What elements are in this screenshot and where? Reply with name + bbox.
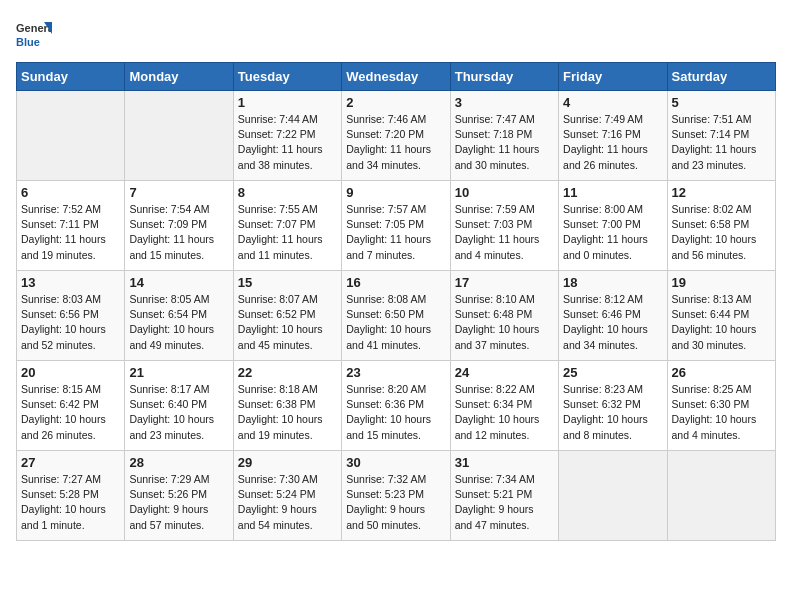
calendar-cell: 4Sunrise: 7:49 AM Sunset: 7:16 PM Daylig… — [559, 91, 667, 181]
day-info: Sunrise: 8:00 AM Sunset: 7:00 PM Dayligh… — [563, 202, 662, 263]
calendar-body: 1Sunrise: 7:44 AM Sunset: 7:22 PM Daylig… — [17, 91, 776, 541]
calendar-cell: 25Sunrise: 8:23 AM Sunset: 6:32 PM Dayli… — [559, 361, 667, 451]
calendar-cell: 5Sunrise: 7:51 AM Sunset: 7:14 PM Daylig… — [667, 91, 775, 181]
day-info: Sunrise: 7:57 AM Sunset: 7:05 PM Dayligh… — [346, 202, 445, 263]
calendar-cell: 7Sunrise: 7:54 AM Sunset: 7:09 PM Daylig… — [125, 181, 233, 271]
day-info: Sunrise: 8:15 AM Sunset: 6:42 PM Dayligh… — [21, 382, 120, 443]
day-number: 8 — [238, 185, 337, 200]
logo: General Blue — [16, 16, 56, 52]
day-number: 28 — [129, 455, 228, 470]
week-row-2: 6Sunrise: 7:52 AM Sunset: 7:11 PM Daylig… — [17, 181, 776, 271]
day-header-monday: Monday — [125, 63, 233, 91]
day-header-saturday: Saturday — [667, 63, 775, 91]
day-number: 29 — [238, 455, 337, 470]
day-info: Sunrise: 7:52 AM Sunset: 7:11 PM Dayligh… — [21, 202, 120, 263]
day-number: 11 — [563, 185, 662, 200]
calendar-cell: 28Sunrise: 7:29 AM Sunset: 5:26 PM Dayli… — [125, 451, 233, 541]
day-info: Sunrise: 8:02 AM Sunset: 6:58 PM Dayligh… — [672, 202, 771, 263]
day-info: Sunrise: 7:34 AM Sunset: 5:21 PM Dayligh… — [455, 472, 554, 533]
calendar-cell: 3Sunrise: 7:47 AM Sunset: 7:18 PM Daylig… — [450, 91, 558, 181]
day-info: Sunrise: 7:55 AM Sunset: 7:07 PM Dayligh… — [238, 202, 337, 263]
calendar-cell: 27Sunrise: 7:27 AM Sunset: 5:28 PM Dayli… — [17, 451, 125, 541]
calendar-cell: 18Sunrise: 8:12 AM Sunset: 6:46 PM Dayli… — [559, 271, 667, 361]
day-info: Sunrise: 7:49 AM Sunset: 7:16 PM Dayligh… — [563, 112, 662, 173]
calendar-cell: 30Sunrise: 7:32 AM Sunset: 5:23 PM Dayli… — [342, 451, 450, 541]
day-header-thursday: Thursday — [450, 63, 558, 91]
calendar-cell: 11Sunrise: 8:00 AM Sunset: 7:00 PM Dayli… — [559, 181, 667, 271]
svg-text:Blue: Blue — [16, 36, 40, 48]
calendar-cell: 10Sunrise: 7:59 AM Sunset: 7:03 PM Dayli… — [450, 181, 558, 271]
day-number: 22 — [238, 365, 337, 380]
calendar-cell: 22Sunrise: 8:18 AM Sunset: 6:38 PM Dayli… — [233, 361, 341, 451]
day-number: 24 — [455, 365, 554, 380]
day-info: Sunrise: 8:23 AM Sunset: 6:32 PM Dayligh… — [563, 382, 662, 443]
day-info: Sunrise: 7:27 AM Sunset: 5:28 PM Dayligh… — [21, 472, 120, 533]
day-number: 5 — [672, 95, 771, 110]
day-header-tuesday: Tuesday — [233, 63, 341, 91]
day-header-wednesday: Wednesday — [342, 63, 450, 91]
day-number: 3 — [455, 95, 554, 110]
day-number: 30 — [346, 455, 445, 470]
calendar-cell: 24Sunrise: 8:22 AM Sunset: 6:34 PM Dayli… — [450, 361, 558, 451]
day-number: 17 — [455, 275, 554, 290]
day-info: Sunrise: 7:30 AM Sunset: 5:24 PM Dayligh… — [238, 472, 337, 533]
day-info: Sunrise: 8:05 AM Sunset: 6:54 PM Dayligh… — [129, 292, 228, 353]
day-number: 13 — [21, 275, 120, 290]
day-info: Sunrise: 8:22 AM Sunset: 6:34 PM Dayligh… — [455, 382, 554, 443]
calendar-cell: 1Sunrise: 7:44 AM Sunset: 7:22 PM Daylig… — [233, 91, 341, 181]
calendar-cell — [559, 451, 667, 541]
calendar-cell: 14Sunrise: 8:05 AM Sunset: 6:54 PM Dayli… — [125, 271, 233, 361]
day-info: Sunrise: 8:20 AM Sunset: 6:36 PM Dayligh… — [346, 382, 445, 443]
calendar-cell: 6Sunrise: 7:52 AM Sunset: 7:11 PM Daylig… — [17, 181, 125, 271]
day-number: 25 — [563, 365, 662, 380]
calendar-cell: 29Sunrise: 7:30 AM Sunset: 5:24 PM Dayli… — [233, 451, 341, 541]
day-number: 20 — [21, 365, 120, 380]
page-header: General Blue — [16, 16, 776, 52]
day-header-sunday: Sunday — [17, 63, 125, 91]
day-info: Sunrise: 7:32 AM Sunset: 5:23 PM Dayligh… — [346, 472, 445, 533]
day-number: 1 — [238, 95, 337, 110]
day-number: 18 — [563, 275, 662, 290]
day-number: 14 — [129, 275, 228, 290]
calendar-cell: 9Sunrise: 7:57 AM Sunset: 7:05 PM Daylig… — [342, 181, 450, 271]
calendar-cell: 31Sunrise: 7:34 AM Sunset: 5:21 PM Dayli… — [450, 451, 558, 541]
day-info: Sunrise: 8:17 AM Sunset: 6:40 PM Dayligh… — [129, 382, 228, 443]
day-number: 19 — [672, 275, 771, 290]
day-number: 10 — [455, 185, 554, 200]
day-info: Sunrise: 8:10 AM Sunset: 6:48 PM Dayligh… — [455, 292, 554, 353]
day-info: Sunrise: 7:46 AM Sunset: 7:20 PM Dayligh… — [346, 112, 445, 173]
day-info: Sunrise: 8:25 AM Sunset: 6:30 PM Dayligh… — [672, 382, 771, 443]
calendar-cell: 20Sunrise: 8:15 AM Sunset: 6:42 PM Dayli… — [17, 361, 125, 451]
day-number: 9 — [346, 185, 445, 200]
week-row-3: 13Sunrise: 8:03 AM Sunset: 6:56 PM Dayli… — [17, 271, 776, 361]
calendar-cell: 16Sunrise: 8:08 AM Sunset: 6:50 PM Dayli… — [342, 271, 450, 361]
day-number: 2 — [346, 95, 445, 110]
calendar-cell — [667, 451, 775, 541]
day-info: Sunrise: 8:12 AM Sunset: 6:46 PM Dayligh… — [563, 292, 662, 353]
day-header-friday: Friday — [559, 63, 667, 91]
day-number: 23 — [346, 365, 445, 380]
calendar-cell: 12Sunrise: 8:02 AM Sunset: 6:58 PM Dayli… — [667, 181, 775, 271]
calendar-cell: 23Sunrise: 8:20 AM Sunset: 6:36 PM Dayli… — [342, 361, 450, 451]
calendar-table: SundayMondayTuesdayWednesdayThursdayFrid… — [16, 62, 776, 541]
day-info: Sunrise: 7:54 AM Sunset: 7:09 PM Dayligh… — [129, 202, 228, 263]
day-number: 26 — [672, 365, 771, 380]
day-number: 4 — [563, 95, 662, 110]
day-info: Sunrise: 8:07 AM Sunset: 6:52 PM Dayligh… — [238, 292, 337, 353]
calendar-cell: 19Sunrise: 8:13 AM Sunset: 6:44 PM Dayli… — [667, 271, 775, 361]
days-of-week-row: SundayMondayTuesdayWednesdayThursdayFrid… — [17, 63, 776, 91]
calendar-cell: 26Sunrise: 8:25 AM Sunset: 6:30 PM Dayli… — [667, 361, 775, 451]
calendar-header: SundayMondayTuesdayWednesdayThursdayFrid… — [17, 63, 776, 91]
day-info: Sunrise: 7:59 AM Sunset: 7:03 PM Dayligh… — [455, 202, 554, 263]
calendar-cell: 17Sunrise: 8:10 AM Sunset: 6:48 PM Dayli… — [450, 271, 558, 361]
day-number: 6 — [21, 185, 120, 200]
day-info: Sunrise: 7:44 AM Sunset: 7:22 PM Dayligh… — [238, 112, 337, 173]
day-info: Sunrise: 8:18 AM Sunset: 6:38 PM Dayligh… — [238, 382, 337, 443]
day-number: 21 — [129, 365, 228, 380]
day-info: Sunrise: 7:51 AM Sunset: 7:14 PM Dayligh… — [672, 112, 771, 173]
calendar-cell: 15Sunrise: 8:07 AM Sunset: 6:52 PM Dayli… — [233, 271, 341, 361]
week-row-5: 27Sunrise: 7:27 AM Sunset: 5:28 PM Dayli… — [17, 451, 776, 541]
day-number: 15 — [238, 275, 337, 290]
day-info: Sunrise: 8:13 AM Sunset: 6:44 PM Dayligh… — [672, 292, 771, 353]
day-info: Sunrise: 8:08 AM Sunset: 6:50 PM Dayligh… — [346, 292, 445, 353]
